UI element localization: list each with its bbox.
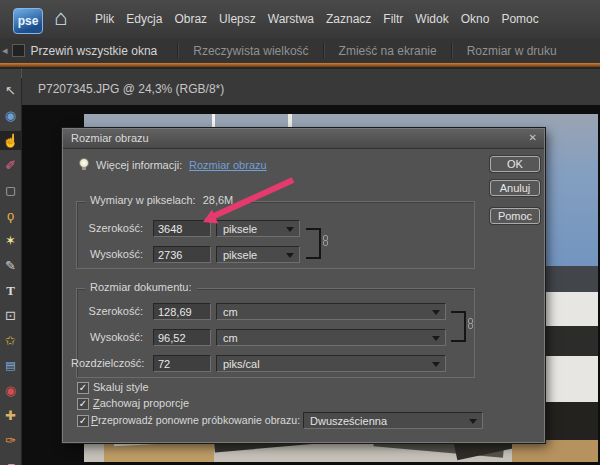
help-button[interactable]: Pomoc bbox=[490, 208, 540, 224]
menu-obraz[interactable]: Obraz bbox=[174, 12, 207, 26]
menu-bar: pse ⌂ Plik Edycja Obraz Ulepsz Warstwa Z… bbox=[0, 0, 600, 39]
resolution-input[interactable] bbox=[153, 355, 211, 372]
healing-brush-tool[interactable]: ✚ bbox=[1, 406, 21, 425]
image-size-dialog: Rozmiar obrazu ✕ Więcej informacji: Rozm… bbox=[62, 128, 545, 443]
constrain-proportions-checkbox[interactable]: ✓ bbox=[77, 398, 89, 410]
menu-pomoc[interactable]: Pomoc bbox=[501, 12, 538, 26]
lasso-tool[interactable]: ϙ bbox=[1, 206, 21, 225]
scale-styles-label: Skaluj style bbox=[93, 381, 149, 393]
close-icon[interactable]: ✕ bbox=[529, 132, 537, 143]
pixel-dimensions-legend-text: Wymiary w pikselach: bbox=[90, 194, 196, 206]
link-icon bbox=[322, 235, 329, 247]
pixel-height-unit-value: piksele bbox=[223, 249, 257, 261]
zoom-tool[interactable]: ◉ bbox=[1, 106, 21, 125]
scroll-all-windows-label: Przewiń wszystkie okna bbox=[31, 44, 158, 58]
magic-wand-tool[interactable]: ✶ bbox=[1, 231, 21, 250]
actual-size-button[interactable]: Rzeczywista wielkość bbox=[189, 44, 312, 58]
pixel-width-unit-dropdown[interactable]: piksele bbox=[216, 220, 300, 237]
doc-height-label: Wysokość: bbox=[71, 331, 143, 343]
dialog-title: Rozmiar obrazu bbox=[71, 132, 149, 144]
doc-width-unit-dropdown[interactable]: cm bbox=[216, 303, 446, 320]
pixel-width-unit-value: piksele bbox=[223, 223, 257, 235]
menu-edycja[interactable]: Edycja bbox=[126, 12, 162, 26]
menu-filtr[interactable]: Filtr bbox=[383, 12, 403, 26]
boat-windows bbox=[546, 326, 598, 356]
pixel-height-label: Wysokość: bbox=[71, 248, 143, 260]
menu-plik[interactable]: Plik bbox=[95, 12, 114, 26]
dock-wood bbox=[104, 444, 214, 462]
constrain-proportions-label: Zachowaj proporcje bbox=[93, 397, 189, 409]
pixel-total-size: 28,6M bbox=[203, 194, 234, 206]
menu-zaznacz[interactable]: Zaznacz bbox=[326, 12, 371, 26]
link-bracket bbox=[451, 311, 466, 342]
hand-tool[interactable]: ☝ bbox=[0, 131, 21, 150]
resolution-label: Rozdzielczość: bbox=[71, 357, 143, 369]
menu-items: Plik Edycja Obraz Ulepsz Warstwa Zaznacz… bbox=[95, 0, 539, 38]
pixel-width-input[interactable] bbox=[153, 220, 211, 237]
accent-stripe bbox=[0, 63, 600, 67]
tool-options-bar: ◂ Przewiń wszystkie okna Rzeczywista wie… bbox=[0, 38, 600, 63]
menu-okno[interactable]: Okno bbox=[461, 12, 490, 26]
move-tool[interactable]: ↖ bbox=[1, 81, 21, 100]
link-bracket bbox=[306, 228, 321, 259]
eraser-tool[interactable]: ▰ bbox=[1, 456, 21, 465]
photoshop-elements-app: pse ⌂ Plik Edycja Obraz Ulepsz Warstwa Z… bbox=[0, 0, 600, 465]
selection-brush-tool[interactable]: ✎ bbox=[1, 256, 21, 275]
home-icon[interactable]: ⌂ bbox=[54, 5, 67, 31]
doc-width-label: Szerokość: bbox=[71, 305, 143, 317]
collapse-arrow-icon[interactable]: ◂ bbox=[2, 44, 8, 57]
resample-method-dropdown[interactable]: Dwusześcienna bbox=[303, 412, 483, 429]
menu-ulepsz[interactable]: Ulepsz bbox=[219, 12, 256, 26]
lightbulb-icon bbox=[79, 158, 88, 171]
more-info-link[interactable]: Rozmiar obrazu bbox=[189, 159, 267, 171]
chevron-down-icon bbox=[469, 419, 477, 424]
separator bbox=[451, 43, 453, 58]
cancel-button[interactable]: Anuluj bbox=[490, 180, 540, 196]
separator bbox=[323, 43, 325, 58]
pixel-height-input[interactable] bbox=[153, 246, 211, 263]
pixel-width-label: Szerokość: bbox=[71, 222, 143, 234]
document-size-legend: Rozmiar dokumentu: bbox=[85, 281, 197, 293]
doc-height-unit-dropdown[interactable]: cm bbox=[216, 329, 446, 346]
pixel-dimensions-legend: Wymiary w pikselach:28,6M bbox=[85, 194, 238, 206]
separator bbox=[177, 43, 179, 58]
link-icon bbox=[467, 318, 474, 330]
pse-logo[interactable]: pse bbox=[13, 8, 43, 34]
chevron-down-icon bbox=[432, 336, 440, 341]
more-info-label: Więcej informacji: bbox=[96, 159, 182, 171]
chevron-down-icon bbox=[286, 227, 294, 232]
cookie-cutter-tool[interactable]: ✩ bbox=[1, 331, 21, 350]
straighten-tool[interactable]: ▤ bbox=[1, 356, 21, 375]
scroll-all-windows-checkbox[interactable] bbox=[12, 44, 25, 57]
doc-height-unit-value: cm bbox=[223, 332, 238, 344]
chevron-down-icon bbox=[432, 310, 440, 315]
doc-height-input[interactable] bbox=[153, 329, 211, 346]
doc-width-input[interactable] bbox=[153, 303, 211, 320]
print-size-button[interactable]: Rozmiar w druku bbox=[463, 44, 561, 58]
scale-styles-checkbox[interactable]: ✓ bbox=[77, 382, 89, 394]
document-title: P7207345.JPG @ 24,3% (RGB/8*) bbox=[38, 82, 224, 96]
resolution-unit-value: piks/cal bbox=[223, 358, 260, 370]
resample-image-checkbox[interactable]: ✓ bbox=[77, 415, 89, 427]
doc-width-unit-value: cm bbox=[223, 306, 238, 318]
crop-tool[interactable]: ⊡ bbox=[1, 306, 21, 325]
tool-palette: ↖ ◉ ☝ ✐ ▢ ϙ ✶ ✎ T ⊡ ✩ ▤ ◉ ✚ ✑ ▰ bbox=[0, 69, 21, 465]
type-tool[interactable]: T bbox=[1, 281, 21, 300]
chevron-down-icon bbox=[432, 362, 440, 367]
red-eye-tool[interactable]: ◉ bbox=[1, 381, 21, 400]
marquee-tool[interactable]: ▢ bbox=[1, 181, 21, 200]
fit-on-screen-button[interactable]: Zmieść na ekranie bbox=[335, 44, 441, 58]
dialog-title-bar[interactable]: Rozmiar obrazu ✕ bbox=[63, 129, 544, 149]
chevron-down-icon bbox=[286, 253, 294, 258]
eyedropper-tool[interactable]: ✐ bbox=[1, 156, 21, 175]
resample-method-value: Dwusześcienna bbox=[310, 415, 387, 427]
pixel-height-unit-dropdown[interactable]: piksele bbox=[216, 246, 300, 263]
menu-widok[interactable]: Widok bbox=[415, 12, 448, 26]
dock bbox=[512, 440, 598, 462]
menu-warstwa[interactable]: Warstwa bbox=[268, 12, 314, 26]
resolution-unit-dropdown[interactable]: piks/cal bbox=[216, 355, 446, 372]
resample-image-label: Przeprowadź ponowne próbkowanie obrazu: bbox=[91, 414, 300, 426]
smart-brush-tool[interactable]: ✑ bbox=[1, 431, 21, 450]
ok-button[interactable]: OK bbox=[490, 156, 540, 172]
